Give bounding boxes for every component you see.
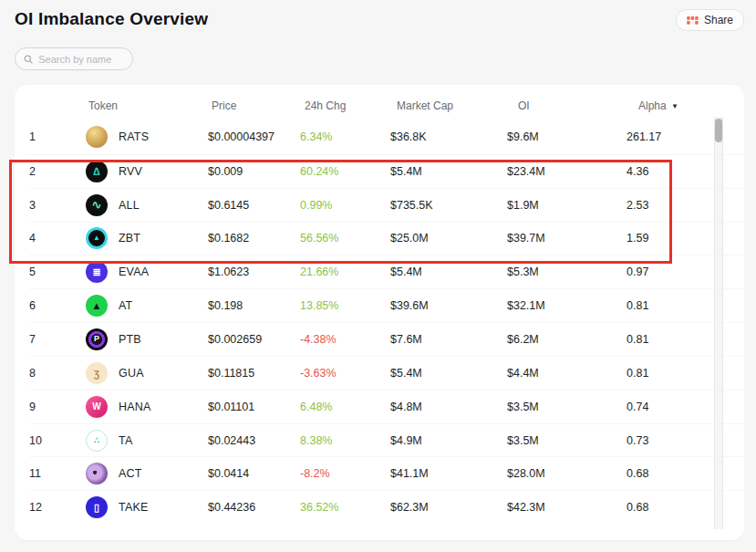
row-rank: 3 [29,199,86,212]
token-market-cap: $25.0M [390,232,507,245]
rvv-icon: ∆ [86,161,108,182]
token-oi: $39.7M [507,232,627,245]
row-rank: 6 [29,299,86,312]
token-price: $0.11815 [208,367,300,380]
scrollbar-track[interactable] [714,117,723,529]
token-alpha: 0.81 [627,333,744,346]
take-icon: ▯ [86,496,108,518]
token-symbol: EVAA [119,266,149,278]
token-24h-change: 6.34% [300,130,390,143]
search-box [15,47,133,70]
table-row[interactable]: 11 ACT $0.0414 -8.2% $41.1M $28.0M 0.68 [29,456,744,490]
column-header-price[interactable]: Price [208,99,300,112]
table-row[interactable]: 1 RATS $0.00004397 6.34% $36.8K $9.6M 26… [29,120,744,154]
token-alpha: 0.68 [627,501,744,514]
token-symbol: TAKE [119,501,149,514]
token-oi: $5.3M [507,266,627,278]
token-price: $0.02443 [208,434,300,447]
table-row[interactable]: 9 W HANA $0.01101 6.48% $4.8M $3.5M 0.74 [29,390,744,423]
token-price: $0.198 [208,299,300,312]
token-oi: $6.2M [507,333,627,346]
table-row[interactable]: 5 ≣ EVAA $1.0623 21.66% $5.4M $5.3M 0.97 [29,255,744,288]
ta-icon: ∴ [86,430,108,452]
token-market-cap: $41.1M [390,467,507,480]
topbar: OI Imbalance Overview Share [15,7,744,31]
at-icon: ▲ [86,295,108,317]
token-24h-change: 6.48% [300,401,390,413]
table-row[interactable]: 8 ʒ GUA $0.11815 -3.63% $5.4M $4.4M 0.81 [29,356,744,390]
token-market-cap: $4.8M [390,401,507,413]
column-header-alpha[interactable]: Alpha ▾ [627,99,744,112]
token-symbol: RATS [119,130,149,143]
zbt-icon: ▲ [86,227,108,249]
token-cell: ∴ TA [86,430,208,452]
token-24h-change: 36.52% [300,501,390,514]
token-market-cap: $7.6M [390,333,507,346]
token-market-cap: $36.8K [390,130,507,143]
ptb-icon: P [86,328,108,350]
column-header-oi[interactable]: OI [507,99,627,112]
row-rank: 5 [29,266,86,278]
share-button[interactable]: Share [676,9,744,31]
row-rank: 11 [29,467,86,480]
table-row[interactable]: 12 ▯ TAKE $0.44236 36.52% $62.3M $42.3M … [29,490,744,524]
search-input[interactable] [38,54,124,65]
token-price: $0.01101 [208,401,300,413]
token-oi: $32.1M [507,299,627,312]
table-row[interactable]: 6 ▲ AT $0.198 13.85% $39.6M $32.1M 0.81 [29,288,744,322]
token-cell: W HANA [86,396,208,418]
token-price: $0.009 [208,165,300,178]
token-24h-change: 13.85% [300,299,390,312]
token-oi: $1.9M [507,199,627,212]
token-market-cap: $62.3M [390,501,507,514]
token-cell: P PTB [86,328,208,350]
act-avatar [86,463,108,484]
token-symbol: ALL [119,199,140,212]
token-24h-change: 8.38% [300,434,390,447]
token-24h-change: 0.99% [300,199,390,212]
token-alpha: 0.68 [627,467,744,480]
scrollbar-thumb[interactable] [715,119,722,142]
table-card: Token Price 24h Chg Market Cap OI Alpha … [15,85,744,540]
page-title: OI Imbalance Overview [15,7,208,29]
token-cell: ▲ ZBT [86,227,208,249]
token-symbol: RVV [119,165,142,178]
token-price: $0.44236 [208,501,300,514]
row-rank: 4 [29,232,86,245]
table-row[interactable]: 2 ∆ RVV $0.009 60.24% $5.4M $23.4M 4.36 [29,154,744,188]
token-oi: $3.5M [507,434,627,447]
token-alpha: 1.59 [627,232,744,245]
column-header-token[interactable]: Token [86,99,208,112]
row-rank: 12 [29,501,86,514]
token-price: $1.0623 [208,266,300,278]
token-alpha: 0.81 [627,367,744,380]
table-row[interactable]: 7 P PTB $0.002659 -4.38% $7.6M $6.2M 0.8… [29,322,744,356]
table-row[interactable]: 10 ∴ TA $0.02443 8.38% $4.9M $3.5M 0.73 [29,423,744,457]
row-rank: 9 [29,401,86,413]
token-price: $0.00004397 [208,130,300,143]
column-header-market-cap[interactable]: Market Cap [390,99,507,112]
token-symbol: ZBT [119,232,140,245]
token-symbol: TA [119,434,132,447]
table-row[interactable]: 4 ▲ ZBT $0.1682 56.56% $25.0M $39.7M 1.5… [29,222,744,255]
token-cell: RATS [86,126,208,148]
token-market-cap: $5.4M [390,165,507,178]
token-market-cap: $39.6M [390,299,507,312]
token-cell: ∿ ALL [86,194,208,216]
token-24h-change: -8.2% [300,467,390,480]
token-price: $0.1682 [208,232,300,245]
token-alpha: 261.17 [627,130,744,143]
row-rank: 7 [29,333,86,346]
token-cell: ACT [86,463,208,484]
token-oi: $4.4M [507,367,627,380]
token-oi: $9.6M [507,130,627,143]
token-symbol: GUA [119,367,144,380]
token-alpha: 4.36 [627,165,744,178]
token-symbol: ACT [119,467,142,480]
table-row[interactable]: 3 ∿ ALL $0.6145 0.99% $735.5K $1.9M 2.53 [29,188,744,222]
token-symbol: PTB [119,333,141,346]
search-icon [24,54,33,65]
token-cell: ▲ AT [86,295,208,317]
column-header-alpha-label: Alpha [638,99,667,112]
column-header-24h-chg[interactable]: 24h Chg [300,99,390,112]
